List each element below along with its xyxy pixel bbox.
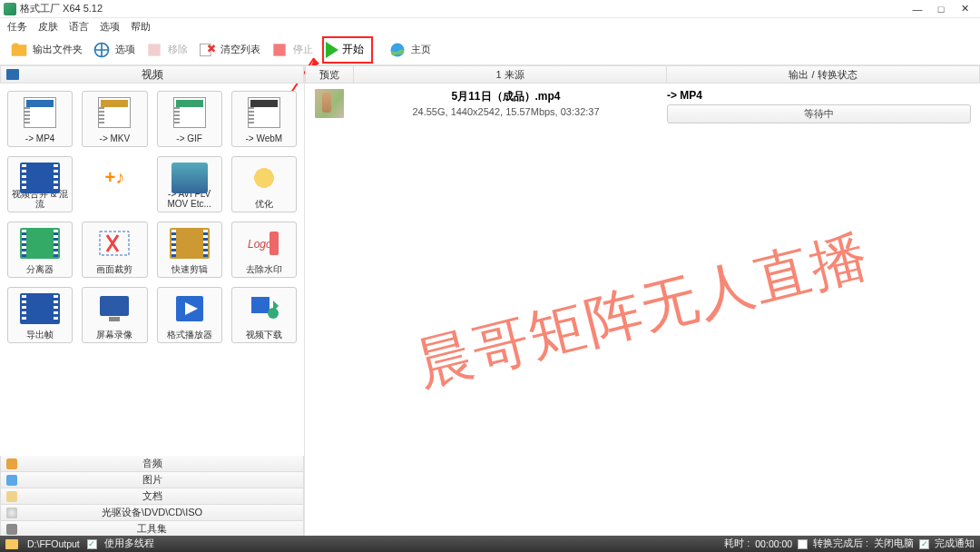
window-controls: — □ ✕ [906, 1, 976, 17]
format-webm[interactable]: WebM-> WebM [231, 91, 297, 147]
menu-skin[interactable]: 皮肤 [38, 20, 58, 34]
tools-icon [6, 524, 17, 535]
format-avi-etc[interactable]: -> AVI FLV MOV Etc... [157, 156, 222, 212]
task-output: -> MP4 等待中 [658, 87, 980, 125]
disc-icon [6, 508, 17, 518]
task-source: 5月11日（成品）.mp4 24.55G, 1440x2542, 15.57Mb… [354, 87, 658, 117]
format-gif[interactable]: GIF-> GIF [157, 91, 222, 147]
stop-icon [270, 40, 289, 60]
after-action-checkbox[interactable]: ✓ [798, 539, 808, 549]
audio-icon [6, 458, 17, 469]
after-label: 转换完成后 : [813, 537, 868, 550]
picture-icon [6, 475, 17, 486]
svg-point-12 [268, 308, 279, 319]
cat-doc[interactable]: 文档 [0, 488, 304, 505]
shutdown-label: 关闭电脑 [874, 537, 914, 550]
status-folder-icon[interactable] [5, 539, 18, 549]
format-screen-record[interactable]: 屏幕录像 [82, 287, 147, 343]
format-download[interactable]: 视频下载 [231, 287, 297, 343]
main-area: 视频 MP4-> MP4 MKV-> MKV GIF-> GIF WebM-> … [0, 65, 980, 537]
video-icon [6, 69, 19, 80]
svg-rect-8 [100, 296, 129, 316]
output-folder-label: 输出文件夹 [33, 43, 83, 56]
maximize-button[interactable]: □ [929, 1, 953, 17]
svg-rect-7 [270, 232, 279, 255]
format-optimize[interactable]: 优化 [231, 156, 297, 212]
remove-button[interactable]: 移除 [141, 37, 191, 63]
title-bar: 格式工厂 X64 5.12 — □ ✕ [0, 0, 980, 18]
play-icon [326, 42, 338, 58]
app-icon [4, 3, 16, 15]
format-player[interactable]: 格式播放器 [157, 287, 222, 343]
col-preview[interactable]: 预览 [305, 65, 354, 84]
clear-icon [197, 40, 217, 60]
doc-icon [6, 491, 17, 502]
remove-label: 移除 [168, 43, 188, 56]
format-mp4[interactable]: MP4-> MP4 [7, 91, 73, 147]
task-meta: 24.55G, 1440x2542, 15.57Mbps, 03:32:37 [354, 106, 658, 117]
menu-lang[interactable]: 语言 [69, 20, 89, 34]
multithread-checkbox[interactable]: ✓ [87, 539, 97, 549]
status-bar: D:\FFOutput ✓ 使用多线程 耗时 : 00:00:00 ✓ 转换完成… [0, 536, 980, 552]
menu-help[interactable]: 帮助 [131, 20, 151, 34]
format-merge[interactable]: 视频合并 & 混流 [7, 156, 73, 212]
format-remove-watermark[interactable]: Logo去除水印 [231, 222, 297, 278]
home-button[interactable]: 主页 [384, 37, 435, 63]
start-label: 开始 [342, 42, 364, 57]
category-tabs: 音频 图片 文档 光驱设备\DVD\CD\ISO 工具集 [0, 456, 304, 537]
menu-task[interactable]: 任务 [7, 20, 27, 34]
cat-disc[interactable]: 光驱设备\DVD\CD\ISO [0, 505, 304, 521]
watermark-text: 晨哥矩阵无人直播 [407, 218, 877, 404]
options-button[interactable]: 选项 [88, 37, 139, 63]
svg-rect-1 [148, 44, 160, 55]
remove-icon [144, 40, 164, 60]
home-label: 主页 [411, 43, 431, 56]
cat-audio[interactable]: 音频 [0, 456, 304, 472]
menu-options[interactable]: 选项 [100, 20, 120, 34]
video-category-header[interactable]: 视频 [0, 65, 304, 84]
format-mkv[interactable]: MKV-> MKV [82, 91, 147, 147]
clear-list-button[interactable]: 清空列表 [193, 37, 264, 63]
elapsed-value: 00:00:00 [755, 538, 792, 549]
format-grid: MP4-> MP4 MKV-> MKV GIF-> GIF WebM-> Web… [0, 84, 304, 456]
format-plus[interactable]: +♪ [82, 156, 147, 212]
toolbar: 输出文件夹 选项 移除 清空列表 停止 开始 主页 [0, 34, 980, 65]
stop-label: 停止 [293, 43, 313, 56]
task-thumbnail [305, 87, 354, 120]
col-output[interactable]: 输出 / 转换状态 [667, 65, 980, 84]
start-button[interactable]: 开始 [322, 36, 373, 64]
options-icon [92, 40, 112, 60]
cat-image[interactable]: 图片 [0, 472, 304, 488]
format-quick-trim[interactable]: 快速剪辑 [157, 222, 222, 278]
format-crop[interactable]: 画面裁剪 [82, 222, 147, 278]
format-export-frame[interactable]: 导出帧 [7, 287, 73, 343]
window-title: 格式工厂 X64 5.12 [20, 2, 906, 15]
svg-text:Logo: Logo [248, 238, 272, 251]
svg-rect-11 [251, 297, 270, 313]
options-label: 选项 [115, 43, 135, 56]
folder-icon [9, 40, 29, 60]
left-panel: 视频 MP4-> MP4 MKV-> MKV GIF-> GIF WebM-> … [0, 65, 305, 537]
close-button[interactable]: ✕ [953, 1, 976, 17]
svg-rect-9 [109, 317, 120, 321]
multithread-label: 使用多线程 [104, 537, 154, 550]
clear-label: 清空列表 [220, 43, 260, 56]
svg-rect-3 [273, 44, 285, 55]
notify-checkbox[interactable]: ✓ [919, 539, 929, 549]
task-status: 等待中 [667, 104, 971, 123]
task-filename: 5月11日（成品）.mp4 [354, 89, 658, 104]
col-source[interactable]: 1 来源 [354, 65, 667, 84]
stop-button[interactable]: 停止 [266, 37, 317, 63]
format-demux[interactable]: 分离器 [7, 222, 73, 278]
column-headers: 预览 1 来源 输出 / 转换状态 [305, 65, 980, 84]
task-row[interactable]: 5月11日（成品）.mp4 24.55G, 1440x2542, 15.57Mb… [305, 84, 980, 129]
output-folder-button[interactable]: 输出文件夹 [5, 37, 86, 63]
task-output-format: -> MP4 [667, 89, 971, 102]
right-panel: 预览 1 来源 输出 / 转换状态 5月11日（成品）.mp4 24.55G, … [305, 65, 980, 537]
video-category-label: 视频 [142, 67, 163, 83]
elapsed-label: 耗时 : [724, 537, 750, 550]
svg-rect-5 [100, 232, 129, 255]
output-path[interactable]: D:\FFOutput [27, 538, 80, 549]
minimize-button[interactable]: — [906, 1, 929, 17]
menu-bar: 任务 皮肤 语言 选项 帮助 [0, 18, 980, 34]
